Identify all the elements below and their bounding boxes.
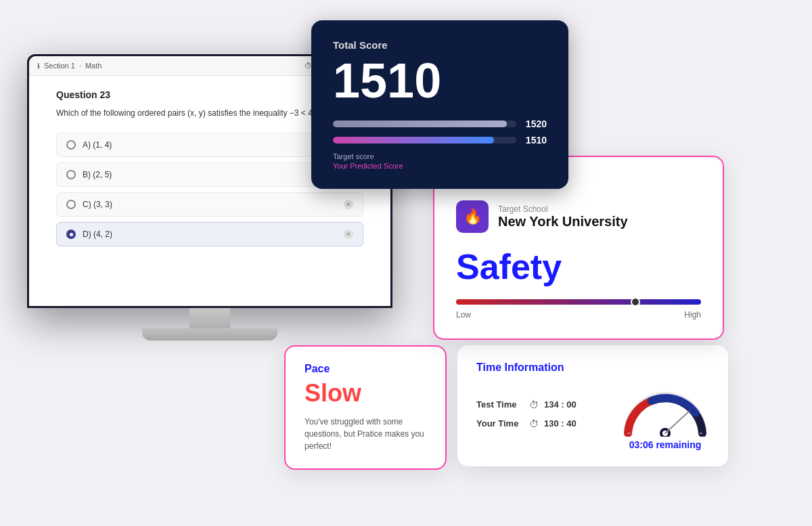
radio-c: [66, 200, 76, 209]
pace-title: Pace: [304, 363, 426, 375]
time-rows: Test Time ⏱ 134 : 00 Your Time ⏱ 130 : 4…: [476, 399, 608, 437]
option-d[interactable]: D) (4, 2) ✕: [56, 222, 363, 246]
test-time-value: 134 : 00: [544, 399, 577, 410]
score-legend: Target score Your Predicted Score: [333, 152, 547, 170]
target-score-bar-row: 1520: [333, 118, 547, 129]
pace-card: Pace Slow You've struggled with some que…: [284, 345, 447, 470]
school-logo-icon: 🔥: [464, 208, 482, 225]
target-score-track: [333, 120, 516, 127]
bar-label-low: Low: [456, 310, 471, 320]
school-row: 🔥 Target School New York University: [456, 200, 701, 233]
gauge-wrapper: 03:06 remaining: [621, 386, 709, 450]
your-time-icon: ⏱: [529, 418, 539, 429]
legend-target: Target score: [333, 152, 547, 160]
radio-d: [66, 229, 76, 239]
school-name: New York University: [498, 214, 628, 229]
pace-description: You've struggled with some questions, bu…: [304, 416, 426, 452]
bar-label-high: High: [684, 310, 701, 320]
score-value: 1510: [333, 56, 547, 105]
radio-a: [66, 140, 76, 150]
target-score-value: 1520: [523, 118, 547, 129]
option-c[interactable]: C) (3, 3) ✕: [56, 192, 363, 217]
your-time-value: 130 : 40: [544, 418, 577, 429]
time-content: Test Time ⏱ 134 : 00 Your Time ⏱ 130 : 4…: [476, 386, 709, 450]
pace-value: Slow: [304, 379, 426, 408]
close-c[interactable]: ✕: [344, 200, 353, 209]
monitor-stand-neck: [189, 308, 230, 328]
acceptance-bar: [456, 299, 701, 305]
acceptance-bar-indicator: [631, 297, 640, 307]
acceptance-bar-labels: Low High: [456, 310, 701, 320]
predicted-score-fill: [333, 137, 494, 144]
test-time-label: Test Time: [476, 399, 524, 410]
predicted-score-track: [333, 137, 516, 144]
close-d[interactable]: ✕: [344, 229, 353, 239]
school-label: Target School: [498, 204, 628, 214]
subject-label: Math: [85, 62, 102, 70]
safety-status: Safety: [456, 246, 701, 287]
predicted-score-bar-row: 1510: [333, 135, 547, 146]
topbar-left: ℹ Section 1 · Math: [37, 62, 102, 70]
option-a-text: A) (1, 4): [83, 140, 112, 150]
total-score-title: Total Score: [333, 39, 547, 51]
time-card: Time Information Test Time ⏱ 134 : 00 Yo…: [457, 345, 728, 466]
your-time-label: Your Time: [476, 418, 524, 429]
svg-line-2: [665, 412, 689, 433]
radio-b: [66, 170, 76, 179]
score-bars: 1520 1510: [333, 118, 547, 146]
test-time-icon: ⏱: [529, 399, 539, 410]
your-time-row: Your Time ⏱ 130 : 40: [476, 418, 608, 429]
gauge-remaining: 03:06 remaining: [629, 439, 702, 450]
target-score-fill: [333, 120, 507, 127]
legend-predicted: Your Predicted Score: [333, 162, 547, 170]
school-info: Target School New York University: [498, 204, 628, 229]
total-score-card: Total Score 1510 1520 1510 Target score …: [311, 20, 568, 189]
option-b-text: B) (2, 5): [83, 170, 112, 179]
info-icon-topbar: ℹ: [37, 62, 40, 70]
option-d-text: D) (4, 2): [83, 229, 112, 239]
scene: ℹ Section 1 · Math ⏱ 00:07:44 / Section …: [0, 0, 812, 526]
monitor-base: [142, 328, 277, 341]
option-c-text: C) (3, 3): [83, 200, 112, 209]
time-title: Time Information: [476, 361, 709, 374]
section-label: Section 1: [44, 62, 75, 70]
predicted-score-value: 1510: [523, 135, 547, 146]
test-time-row: Test Time ⏱ 134 : 00: [476, 399, 608, 410]
school-logo: 🔥: [456, 200, 489, 233]
gauge-svg: [621, 386, 709, 437]
